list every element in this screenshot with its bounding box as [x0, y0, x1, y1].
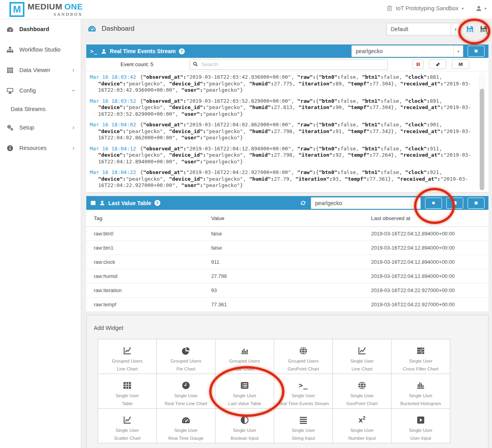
cell-value: 77.361: [211, 302, 371, 307]
toggle-icon: [240, 415, 249, 425]
refresh-button[interactable]: [300, 200, 306, 206]
cell-tag: raw:btn1: [94, 245, 211, 251]
widget-label-line1: Single User: [233, 428, 256, 433]
brand-subtitle: SANDBOX: [28, 12, 83, 17]
widget-label-line2: Real Time Events Stream: [278, 401, 329, 406]
widget-grouped-users-bar-chart[interactable]: Grouped Users Bar Chart: [215, 339, 274, 374]
widget-label-line2: Real Time Line Chart: [165, 401, 207, 406]
gears-icon: [6, 124, 14, 131]
chevron-down-icon: ›: [70, 89, 76, 91]
export-stream-button[interactable]: [452, 59, 469, 69]
user-icon: [101, 48, 107, 54]
widget-single-user-geopoint-chart[interactable]: Single User GeoPoint Chart: [333, 374, 392, 409]
text-lines-icon: [299, 415, 308, 425]
widget-single-user-real-time-gauge[interactable]: Single User Real Time Gauge: [157, 409, 215, 443]
refresh-icon: [300, 200, 306, 206]
close-icon: ✖: [474, 48, 478, 54]
lvt-close-button[interactable]: ✖: [468, 198, 485, 209]
widget-label-line1: Single User: [409, 393, 432, 398]
widget-single-user-boolean-input[interactable]: Single User Boolean Input: [215, 409, 274, 443]
widget-label-line2: Line Chart: [117, 367, 137, 371]
sidebar-item-setup[interactable]: Setup ›: [0, 117, 81, 138]
table-icon: [6, 67, 14, 74]
top-bar: M MEDIUMONE SANDBOX IoT Prototyping Sand…: [0, 0, 492, 19]
events-device-select[interactable]: pearlgecko ▾: [351, 45, 463, 57]
events-search-input[interactable]: [189, 59, 388, 70]
help-icon[interactable]: ?: [154, 200, 160, 206]
gauge-icon: [6, 26, 14, 33]
save-dashboard-as-new-button[interactable]: [479, 25, 488, 33]
events-close-button[interactable]: ✖: [468, 46, 485, 57]
lvt-device-select[interactable]: pearlgecko ▾: [311, 197, 421, 209]
brand-logo[interactable]: M MEDIUMONE SANDBOX: [9, 2, 83, 17]
sidebar-item-data-streams[interactable]: Data Streams: [0, 101, 81, 117]
search-icon: [193, 61, 198, 67]
cell-value: 93: [211, 287, 371, 293]
caret-square-icon: [416, 415, 425, 425]
event-log-entry: Mar 16 18:04:02{"observed_at":"2019-03-1…: [90, 122, 472, 141]
widget-single-user-scatter-chart[interactable]: Single User Scatter Chart: [98, 409, 157, 443]
workspace-selector[interactable]: IoT Prototyping Sandbox ▾: [386, 5, 464, 11]
lvt-device-select-value: pearlgecko: [311, 200, 411, 206]
widget-label-line1: Grouped Users: [171, 359, 201, 363]
event-json: {"observed_at":"2019-03-16T22:04:12.8940…: [98, 146, 471, 165]
scatter-chart-icon: [123, 415, 132, 425]
real-time-events-stream-widget: >_ Real Time Events Stream ? pearlgecko …: [86, 44, 488, 193]
sidebar-item-resources[interactable]: Resources ›: [0, 138, 81, 158]
table-row: raw:btn0 false 2019-03-16T22:04:12.89400…: [86, 227, 488, 241]
clear-stream-button[interactable]: [429, 59, 446, 69]
events-device-select-value: pearlgecko: [352, 48, 453, 54]
save-dashboard-button[interactable]: [466, 25, 474, 33]
brand-name-secondary: ONE: [64, 2, 83, 11]
event-timestamp: Mar 16 18:03:52: [90, 98, 140, 104]
widget-single-user-user-input[interactable]: Single User User Input: [392, 409, 450, 443]
widget-label-line2: Bar Chart: [235, 367, 254, 371]
widget-label-line1: Single User: [291, 393, 315, 398]
widget-grouped-users-geopoint-chart[interactable]: Grouped Users GeoPoint Chart: [274, 339, 333, 374]
events-search: [189, 59, 388, 70]
widget-label-line1: Single User: [174, 393, 197, 398]
pause-stream-button[interactable]: [412, 59, 423, 69]
terminal-icon: >_: [299, 380, 308, 391]
sidebar-item-config[interactable]: Config ›: [0, 80, 81, 101]
cell-tag: raw:clock: [94, 259, 211, 265]
widget-label-line2: Cross Filter Chart: [403, 367, 438, 371]
widget-grouped-users-pie-chart[interactable]: Grouped Users Pie Chart: [157, 339, 215, 374]
widget-grouped-users-line-chart[interactable]: Grouped Users Line Chart: [98, 339, 157, 374]
widget-label-line1: Single User: [350, 393, 373, 398]
lvt-widget-header-controls: pearlgecko ▾ ✖: [300, 197, 485, 209]
lvt-settings-button[interactable]: [425, 198, 442, 209]
clock-icon: [181, 380, 191, 391]
widget-single-user-table[interactable]: Single User Table: [98, 374, 157, 409]
widget-single-user-real-time-line-chart[interactable]: Single User Real Time Line Chart: [157, 374, 215, 409]
widget-single-user-last-value-table[interactable]: Single User Last Value Table: [215, 374, 274, 409]
column-header-last-observed: Last observed at: [371, 215, 488, 221]
user-menu[interactable]: ▾: [475, 5, 486, 12]
events-toolbar: Event count: 5: [86, 58, 488, 71]
sidebar-item-dashboard[interactable]: Dashboard: [0, 19, 81, 39]
sidebar-item-workflow-studio[interactable]: Workflow Studio: [0, 39, 81, 60]
help-icon[interactable]: ?: [179, 48, 185, 54]
widget-label-line2: GeoPoint Chart: [346, 401, 377, 406]
widget-label-line2: Number Input: [348, 436, 376, 441]
dashboard-select[interactable]: Default ▾: [386, 23, 460, 35]
caret-down-icon: ▾: [485, 6, 486, 11]
events-scrollbar-thumb[interactable]: [480, 89, 484, 190]
lvt-export-button[interactable]: [446, 198, 463, 209]
widget-single-user-string-input[interactable]: Single User String Input: [274, 409, 333, 443]
widget-single-user-cross-filter-chart[interactable]: Single User Cross Filter Chart: [392, 339, 450, 374]
events-widget-title: Real Time Events Stream: [110, 48, 176, 54]
eraser-icon: [435, 62, 440, 67]
widget-label-line2: Line Chart: [351, 367, 372, 371]
widget-single-user-bucketed-histogram[interactable]: Single User Bucketed Histogram: [392, 374, 450, 409]
event-json: {"observed_at":"2019-03-16T22:04:22.9270…: [98, 169, 468, 188]
widget-label-line1: Single User: [115, 428, 139, 433]
lvt-widget-header: Last Value Table ? pearlgecko ▾ ✖: [86, 196, 488, 210]
widget-single-user-line-chart[interactable]: Single User Line Chart: [333, 339, 392, 374]
widget-single-user-number-input[interactable]: x2 Single User Number Input: [333, 409, 392, 443]
x-squared-icon: x2: [358, 415, 365, 425]
event-json: {"observed_at":"2019-03-16T22:03:52.8290…: [98, 98, 471, 117]
widget-single-user-real-time-events-stream[interactable]: >_ Single User Real Time Events Stream: [274, 374, 333, 409]
sidebar-item-data-viewer[interactable]: Data Viewer ›: [0, 60, 81, 80]
event-timestamp: Mar 16 18:04:02: [90, 122, 140, 128]
